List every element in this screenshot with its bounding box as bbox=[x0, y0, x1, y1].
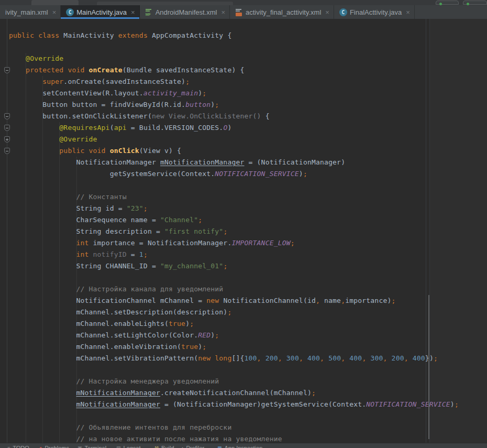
tab-activity-main-xml[interactable]: ivity_main.xml× bbox=[0, 5, 61, 19]
code-line-15: // Константы bbox=[9, 191, 459, 203]
code-line-27: mChannel.setLightColor(Color.RED); bbox=[9, 330, 459, 341]
code-line-21: String CHANNEL_ID = "my_channel_01"; bbox=[9, 260, 459, 272]
code-line-1: public class MainActivity extends AppCom… bbox=[9, 30, 459, 41]
code-line-35: // Обьявление интентов для переброски bbox=[9, 422, 459, 433]
build-icon: ⚒ bbox=[154, 446, 159, 448]
status-toolbar: ≡TODO●Problems▣Terminal▤Logcat⚒Build◔Pro… bbox=[0, 443, 487, 448]
code-line-16: String id = "23"; bbox=[9, 203, 459, 214]
run-config-fragment bbox=[97, 2, 233, 5]
tab-label: AndroidManifest.xml bbox=[156, 8, 217, 16]
tab-label: FinalActtivity.java bbox=[350, 8, 402, 16]
code-line-8: button.setOnClickListener(new View.OnCli… bbox=[9, 111, 459, 122]
code-line-34 bbox=[9, 410, 459, 422]
toolwindow-button-profiler[interactable]: ◔Profiler bbox=[181, 445, 204, 448]
code-line-7: Button button = findViewById(R.id.button… bbox=[9, 99, 459, 111]
code-line-6: setContentView(R.layout.activity_main); bbox=[9, 88, 459, 99]
run-widget-pill[interactable] bbox=[436, 1, 459, 5]
tab-label: MainActivity.java bbox=[76, 8, 127, 16]
tab-mainactivity-java[interactable]: CMainActivity.java× bbox=[61, 5, 139, 19]
android-studio-window: ivity_main.xml×CMainActivity.java×MFAndr… bbox=[0, 0, 487, 448]
todo-icon: ≡ bbox=[7, 446, 10, 448]
close-icon[interactable]: × bbox=[325, 9, 329, 16]
code-line-22 bbox=[9, 272, 459, 283]
code-line-5: super.onCreate(savedInstanceState); bbox=[9, 76, 459, 88]
close-icon[interactable]: × bbox=[406, 9, 410, 16]
navbar-fragment bbox=[31, 0, 79, 5]
toolwindow-button-problems[interactable]: ●Problems bbox=[39, 445, 69, 448]
tab-activity-final-acttivity-xml[interactable]: activity_final_acttivity.xml× bbox=[230, 5, 334, 19]
toolwindow-label: Logcat bbox=[124, 445, 141, 448]
close-icon[interactable]: × bbox=[131, 9, 135, 16]
close-icon[interactable]: × bbox=[221, 9, 225, 16]
code-area[interactable]: public class MainActivity extends AppCom… bbox=[9, 30, 459, 445]
toolwindow-label: Problems bbox=[45, 445, 69, 448]
toolwindow-label: Terminal bbox=[85, 445, 107, 448]
code-line-2 bbox=[9, 41, 459, 53]
editor-scrollbar-thumb[interactable] bbox=[428, 295, 429, 439]
code-line-11: public void onClick(View v) { bbox=[9, 145, 459, 157]
code-line-33: mNotificationManager = (NotificationMana… bbox=[9, 399, 459, 410]
layout-xml-icon bbox=[235, 8, 243, 16]
logcat-icon: ▤ bbox=[116, 446, 121, 448]
code-line-4: protected void onCreate(Bundle savedInst… bbox=[9, 64, 459, 76]
code-line-14 bbox=[9, 180, 459, 191]
code-line-12: NotificationManager mNotificationManager… bbox=[9, 157, 459, 168]
toolwindow-button-build[interactable]: ⚒Build bbox=[154, 445, 174, 448]
toolwindow-label: Profiler bbox=[186, 445, 204, 448]
device-widget-pill[interactable] bbox=[463, 1, 487, 5]
app-inspection-icon: ▦ bbox=[217, 446, 222, 448]
code-line-9: @RequiresApi(api = Build.VERSION_CODES.O… bbox=[9, 122, 459, 134]
code-line-3: @Override bbox=[9, 53, 459, 64]
editor-tab-bar: ivity_main.xml×CMainActivity.java×MFAndr… bbox=[0, 5, 487, 19]
toolwindow-label: Build bbox=[161, 445, 174, 448]
tab-androidmanifest-xml[interactable]: MFAndroidManifest.xml× bbox=[140, 5, 230, 19]
manifest-icon: MF bbox=[145, 8, 153, 16]
code-line-17: CharSequence name = "Channel"; bbox=[9, 214, 459, 226]
close-icon[interactable]: × bbox=[52, 9, 57, 16]
toolwindow-button-app-inspection[interactable]: ▦App Inspection bbox=[217, 445, 262, 448]
class-icon: C bbox=[339, 8, 347, 16]
code-line-26: mChannel.enableLights(true); bbox=[9, 318, 459, 330]
code-line-29: mChannel.setVibrationPattern(new long[]{… bbox=[9, 353, 459, 364]
tab-label: ivity_main.xml bbox=[5, 8, 48, 16]
code-line-30 bbox=[9, 364, 459, 376]
toolwindow-label: TODO bbox=[13, 445, 29, 448]
class-icon: C bbox=[66, 8, 74, 16]
code-line-20: int notifyID = 1; bbox=[9, 249, 459, 260]
tab-label: activity_final_acttivity.xml bbox=[246, 8, 321, 16]
code-line-25: mChannel.setDescription(description); bbox=[9, 307, 459, 318]
code-line-13: getSystemService(Context.NOTIFICATION_SE… bbox=[9, 168, 459, 180]
gutter-fold-line bbox=[7, 19, 7, 443]
toolwindow-button-todo[interactable]: ≡TODO bbox=[7, 445, 29, 448]
code-line-18: String description = "first notify"; bbox=[9, 226, 459, 237]
tab-finalacttivity-java[interactable]: CFinalActtivity.java× bbox=[334, 5, 415, 19]
problems-icon: ● bbox=[39, 446, 42, 448]
code-line-28: mChannel.enableVibration(true); bbox=[9, 341, 459, 353]
code-line-10: @Override bbox=[9, 134, 459, 145]
toolbar-strip bbox=[0, 0, 487, 5]
code-line-31: // Настройка менеджера уведомлений bbox=[9, 376, 459, 387]
toolwindow-label: App Inspection bbox=[225, 445, 263, 448]
code-line-24: NotificationChannel mChannel = new Notif… bbox=[9, 295, 459, 307]
toolwindow-button-logcat[interactable]: ▤Logcat bbox=[116, 445, 141, 448]
code-line-19: int importance = NotificationManager.IMP… bbox=[9, 237, 459, 249]
terminal-icon: ▣ bbox=[78, 446, 82, 448]
code-line-32: mNotificationManager.createNotificationC… bbox=[9, 387, 459, 399]
profiler-icon: ◔ bbox=[181, 446, 183, 448]
code-line-23: // Настройка канала для уведомлений bbox=[9, 283, 459, 295]
toolwindow-button-terminal[interactable]: ▣Terminal bbox=[78, 445, 106, 448]
